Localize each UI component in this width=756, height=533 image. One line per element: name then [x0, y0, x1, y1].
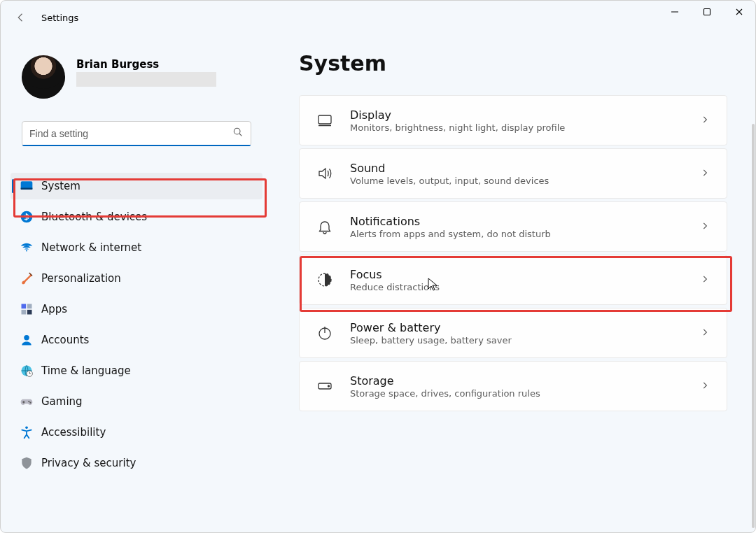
chevron-right-icon: [700, 273, 710, 287]
svg-rect-7: [21, 188, 33, 190]
setting-display[interactable]: Display Monitors, brightness, night ligh…: [299, 95, 727, 145]
svg-point-16: [28, 401, 29, 402]
chevron-right-icon: [700, 167, 710, 180]
nav-label: Bluetooth & devices: [41, 211, 147, 223]
bell-icon: [315, 218, 335, 235]
nav-item-time-language[interactable]: Time & language: [10, 357, 262, 384]
card-title: Sound: [350, 162, 549, 175]
nav-item-accounts[interactable]: Accounts: [10, 327, 262, 353]
svg-line-5: [239, 134, 241, 136]
person-icon: [19, 332, 34, 348]
nav-item-system[interactable]: System: [10, 173, 262, 199]
back-button[interactable]: [15, 11, 27, 24]
minimize-button[interactable]: [659, 1, 691, 23]
app-title: Settings: [41, 13, 78, 23]
storage-icon: [315, 378, 335, 395]
svg-rect-11: [22, 310, 27, 315]
card-desc: Sleep, battery usage, battery saver: [350, 335, 512, 346]
display-icon: [315, 112, 335, 129]
setting-storage[interactable]: Storage Storage space, drives, configura…: [299, 361, 727, 411]
search-icon: [232, 127, 244, 141]
nav-item-privacy[interactable]: Privacy & security: [10, 450, 262, 476]
maximize-button[interactable]: [691, 1, 723, 23]
setting-notifications[interactable]: Notifications Alerts from apps and syste…: [299, 201, 727, 252]
avatar: [22, 55, 65, 99]
page-title: System: [299, 51, 727, 76]
chevron-right-icon: [700, 380, 710, 393]
chevron-right-icon: [700, 114, 710, 127]
svg-rect-12: [27, 310, 32, 315]
nav-label: Privacy & security: [41, 457, 136, 469]
settings-window: Settings Brian Burgess: [0, 0, 756, 533]
nav-list: System Bluetooth & devices Network & int…: [1, 169, 267, 481]
profile-name: Brian Burgess: [76, 58, 216, 71]
window-controls: [659, 1, 755, 23]
main-panel: System Display Monitors, brightness, nig…: [267, 34, 755, 532]
svg-rect-19: [318, 115, 331, 124]
profile-text: Brian Burgess: [76, 55, 216, 87]
card-desc: Storage space, drives, configuration rul…: [350, 388, 540, 399]
card-desc: Reduce distractions: [350, 282, 440, 292]
svg-rect-1: [704, 9, 710, 15]
apps-icon: [19, 301, 34, 317]
nav-label: Apps: [41, 303, 67, 315]
svg-rect-9: [22, 304, 27, 309]
system-icon: [19, 178, 34, 194]
nav-item-gaming[interactable]: Gaming: [10, 388, 262, 415]
bluetooth-icon: [19, 209, 34, 225]
nav-label: Accounts: [41, 334, 89, 346]
focus-icon: [315, 271, 335, 288]
close-button[interactable]: [723, 1, 755, 23]
setting-sound[interactable]: Sound Volume levels, output, input, soun…: [299, 148, 727, 199]
globe-clock-icon: [19, 363, 34, 378]
titlebar: Settings: [1, 1, 755, 34]
setting-power[interactable]: Power & battery Sleep, battery usage, ba…: [299, 308, 727, 358]
nav-item-bluetooth[interactable]: Bluetooth & devices: [10, 204, 262, 230]
search-input[interactable]: [29, 128, 232, 139]
search-box[interactable]: [22, 121, 251, 146]
card-title: Power & battery: [350, 321, 512, 334]
nav-label: Network & internet: [41, 241, 141, 254]
card-desc: Volume levels, output, input, sound devi…: [350, 176, 549, 186]
profile[interactable]: Brian Burgess: [1, 44, 267, 104]
svg-point-18: [25, 427, 28, 429]
nav-item-personalization[interactable]: Personalization: [10, 265, 262, 292]
card-title: Focus: [350, 268, 440, 281]
nav-item-network[interactable]: Network & internet: [10, 234, 262, 261]
nav-label: Accessibility: [41, 426, 106, 439]
chevron-right-icon: [700, 220, 710, 234]
wifi-icon: [19, 240, 34, 255]
svg-rect-10: [27, 304, 32, 309]
settings-list: Display Monitors, brightness, night ligh…: [299, 95, 727, 411]
shield-icon: [19, 455, 34, 471]
card-desc: Monitors, brightness, night light, displ…: [350, 122, 565, 133]
nav-label: System: [41, 180, 80, 192]
card-title: Display: [350, 108, 565, 122]
nav-label: Personalization: [41, 272, 121, 285]
profile-email-redacted: [76, 72, 216, 87]
svg-point-4: [234, 128, 240, 134]
card-desc: Alerts from apps and system, do not dist…: [350, 229, 551, 239]
nav-label: Time & language: [41, 364, 131, 377]
power-icon: [315, 325, 335, 341]
body: Brian Burgess System: [1, 34, 755, 532]
card-title: Storage: [350, 374, 540, 388]
scrollbar[interactable]: [752, 124, 755, 528]
card-title: Notifications: [350, 215, 551, 228]
nav-label: Gaming: [41, 395, 83, 408]
accessibility-icon: [19, 425, 34, 440]
chevron-right-icon: [700, 327, 710, 340]
sound-icon: [315, 165, 335, 182]
svg-point-13: [24, 335, 29, 341]
brush-icon: [19, 271, 34, 286]
setting-focus[interactable]: Focus Reduce distractions: [299, 255, 727, 305]
nav-item-apps[interactable]: Apps: [10, 296, 262, 322]
svg-point-25: [328, 385, 330, 387]
sidebar: Brian Burgess System: [1, 34, 267, 532]
gamepad-icon: [19, 394, 34, 409]
svg-point-17: [29, 402, 31, 404]
nav-item-accessibility[interactable]: Accessibility: [10, 419, 262, 446]
